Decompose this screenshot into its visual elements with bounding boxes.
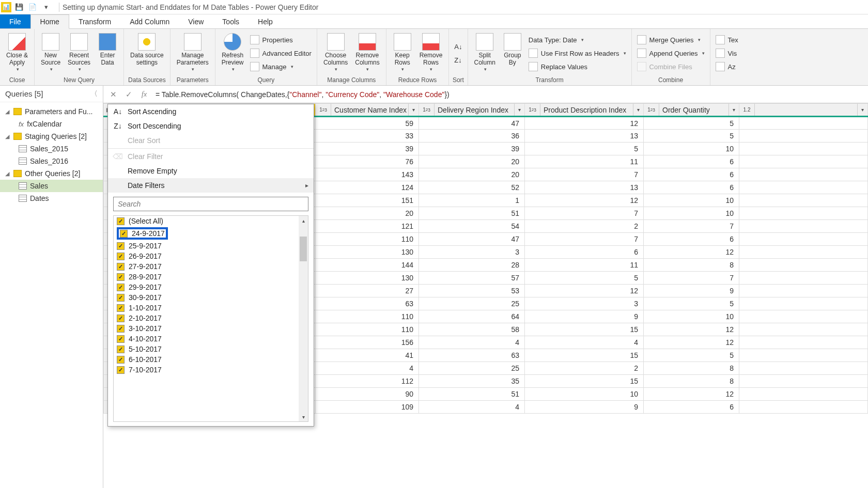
query-item[interactable]: fxfxCalendar <box>0 118 103 130</box>
filter-value-item[interactable]: ✓(Select All) <box>115 216 298 226</box>
choose-columns-button[interactable]: Choose Columns <box>320 31 351 75</box>
split-column-button[interactable]: Split Column <box>471 31 499 75</box>
scroll-thumb[interactable] <box>300 237 307 261</box>
checkbox-icon[interactable]: ✓ <box>117 356 125 364</box>
filter-dropdown-icon[interactable]: ▾ <box>514 104 524 116</box>
commit-formula-icon[interactable]: ✓ <box>121 87 136 102</box>
qat-dropdown-icon[interactable]: ▾ <box>40 2 52 13</box>
tab-add-column[interactable]: Add Column <box>120 14 179 28</box>
filter-dropdown-icon[interactable]: ▾ <box>408 104 419 116</box>
filter-values-list[interactable]: ✓(Select All)✓24-9-2017✓25-9-2017✓26-9-2… <box>113 215 308 422</box>
filter-search-input[interactable] <box>113 197 308 211</box>
query-item[interactable]: Sales <box>0 180 103 192</box>
save-icon[interactable]: 💾 <box>13 2 25 13</box>
checkbox-icon[interactable]: ✓ <box>117 314 125 322</box>
filter-scrollbar[interactable]: ▴ ▾ <box>299 216 308 421</box>
checkbox-icon[interactable]: ✓ <box>117 242 125 250</box>
tab-tools[interactable]: Tools <box>213 14 249 28</box>
checkbox-icon[interactable]: ✓ <box>117 284 125 291</box>
new-source-button[interactable]: New Source <box>38 31 64 75</box>
filter-value-item[interactable]: ✓30-9-2017 <box>115 292 298 303</box>
cancel-formula-icon[interactable]: ✕ <box>105 87 121 102</box>
vision-button[interactable]: Vis <box>714 46 740 60</box>
column-header-next[interactable]: 1.2▾ <box>739 104 868 117</box>
filter-value-item[interactable]: ✓4-10-2017 <box>115 334 298 344</box>
append-queries-button[interactable]: Append Queries <box>635 46 707 60</box>
type-icon[interactable]: 1.2 <box>739 104 755 116</box>
filter-value-item[interactable]: ✓27-9-2017 <box>115 261 298 272</box>
checkbox-icon[interactable]: ✓ <box>117 253 125 260</box>
type-icon[interactable]: 123 <box>644 104 659 116</box>
filter-dropdown-icon[interactable]: ▾ <box>633 104 643 116</box>
remove-columns-button[interactable]: Remove Columns <box>352 31 382 75</box>
type-icon[interactable]: 123 <box>316 104 331 116</box>
tab-home[interactable]: Home <box>30 14 69 29</box>
checkbox-icon[interactable]: ✓ <box>117 273 125 281</box>
query-group[interactable]: ◢Parameters and Fu... <box>0 105 103 118</box>
checkbox-icon[interactable]: ✓ <box>120 230 128 238</box>
filter-value-item[interactable]: ✓7-10-2017 <box>115 365 298 375</box>
checkbox-icon[interactable]: ✓ <box>117 366 125 374</box>
filter-dropdown-icon[interactable]: ▾ <box>729 104 739 116</box>
column-header-qty[interactable]: 123Order Quantity▾ <box>644 104 739 117</box>
tab-help[interactable]: Help <box>249 14 282 28</box>
query-group[interactable]: ◢Other Queries [2] <box>0 167 103 180</box>
scroll-down-icon[interactable]: ▾ <box>299 412 308 421</box>
tab-view[interactable]: View <box>179 14 213 28</box>
query-item[interactable]: Sales_2015 <box>0 143 103 155</box>
enter-data-button[interactable]: Enter Data <box>95 31 120 75</box>
remove-empty-item[interactable]: Remove Empty <box>108 164 314 178</box>
filter-value-item[interactable]: ✓28-9-2017 <box>115 272 298 282</box>
filter-value-item[interactable]: ✓2-10-2017 <box>115 313 298 323</box>
sort-desc-button[interactable]: Z↓ <box>452 53 464 67</box>
manage-button[interactable]: Manage <box>248 60 314 73</box>
query-item[interactable]: Sales_2016 <box>0 155 103 167</box>
filter-value-item[interactable]: ✓25-9-2017 <box>115 241 298 251</box>
checkbox-icon[interactable]: ✓ <box>117 217 125 225</box>
checkbox-icon[interactable]: ✓ <box>117 294 125 302</box>
type-icon[interactable]: 123 <box>419 104 435 116</box>
fx-icon[interactable]: fx <box>136 87 152 102</box>
filter-value-item[interactable]: ✓3-10-2017 <box>115 323 298 334</box>
close-apply-button[interactable]: Close & Apply <box>3 31 31 75</box>
filter-value-item[interactable]: ✓24-9-2017 <box>115 226 298 241</box>
tab-transform[interactable]: Transform <box>69 14 120 28</box>
checkbox-icon[interactable]: ✓ <box>117 263 125 271</box>
keep-rows-button[interactable]: Keep Rows <box>390 31 415 75</box>
collapse-pane-icon[interactable]: 〈 <box>90 89 98 99</box>
checkbox-icon[interactable]: ✓ <box>117 335 125 343</box>
checkbox-icon[interactable]: ✓ <box>117 325 125 333</box>
column-header-prod[interactable]: 123Product Description Index▾ <box>525 104 644 117</box>
type-icon[interactable]: 123 <box>525 104 540 116</box>
refresh-preview-button[interactable]: Refresh Preview <box>219 31 247 75</box>
filter-value-item[interactable]: ✓6-10-2017 <box>115 354 298 365</box>
checkbox-icon[interactable]: ✓ <box>117 345 125 353</box>
sort-ascending-item[interactable]: A↓Sort Ascending <box>108 104 314 119</box>
text-analytics-button[interactable]: Tex <box>714 33 740 46</box>
first-row-headers-button[interactable]: Use First Row as Headers <box>526 46 628 60</box>
undo-icon[interactable]: 📄 <box>27 2 38 13</box>
sort-descending-item[interactable]: Z↓Sort Descending <box>108 119 314 133</box>
column-header-deliv[interactable]: 123Delivery Region Index▾ <box>419 104 525 117</box>
data-source-settings-button[interactable]: Data source settings <box>127 31 167 75</box>
column-header-cust[interactable]: 123Customer Name Index▾ <box>316 104 419 117</box>
combine-files-button[interactable]: Combine Files <box>635 60 707 73</box>
scroll-up-icon[interactable]: ▴ <box>299 216 308 225</box>
filter-value-item[interactable]: ✓26-9-2017 <box>115 251 298 261</box>
sort-asc-button[interactable]: A↓ <box>452 40 464 53</box>
replace-values-button[interactable]: Replace Values <box>526 60 628 73</box>
data-type-button[interactable]: Data Type: Date <box>526 33 628 46</box>
advanced-editor-button[interactable]: Advanced Editor <box>248 46 314 60</box>
properties-button[interactable]: Properties <box>248 33 314 46</box>
manage-parameters-button[interactable]: Manage Parameters <box>174 31 212 75</box>
recent-sources-button[interactable]: Recent Sources <box>65 31 94 75</box>
azure-ml-button[interactable]: Az <box>714 60 740 73</box>
group-by-button[interactable]: Group By <box>500 31 525 75</box>
tab-file[interactable]: File <box>0 14 30 28</box>
filter-value-item[interactable]: ✓5-10-2017 <box>115 344 298 354</box>
merge-queries-button[interactable]: Merge Queries <box>635 33 707 46</box>
filter-value-item[interactable]: ✓1-10-2017 <box>115 303 298 313</box>
filter-value-item[interactable]: ✓29-9-2017 <box>115 282 298 292</box>
query-item[interactable]: Dates <box>0 192 103 204</box>
filter-dropdown-icon[interactable]: ▾ <box>857 104 867 116</box>
